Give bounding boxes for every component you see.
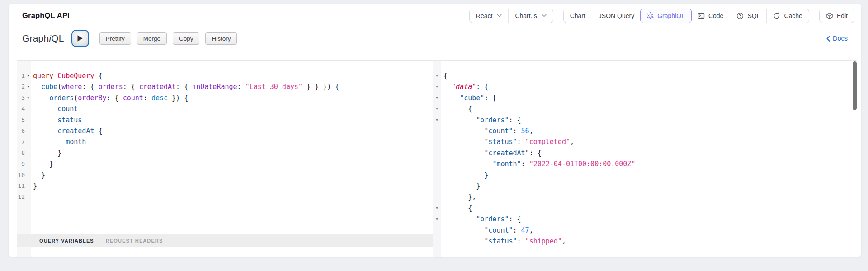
tab-json-query[interactable]: JSON Query bbox=[592, 9, 641, 23]
fold-icon[interactable]: ▾ bbox=[434, 214, 439, 224]
header-controls: React Chart.js Chart JSON Query bbox=[469, 9, 854, 23]
gutter-line: 9 bbox=[17, 159, 31, 169]
execute-button[interactable] bbox=[71, 30, 89, 47]
code-line: }, bbox=[443, 192, 851, 202]
code-line: "createdAt": { bbox=[443, 148, 851, 159]
tab-code[interactable]: Code bbox=[691, 9, 730, 23]
gutter-line: ▾ bbox=[433, 70, 441, 81]
fold-icon[interactable]: ▾ bbox=[434, 115, 439, 126]
console-icon bbox=[698, 12, 705, 19]
vertical-scrollbar[interactable] bbox=[853, 61, 857, 110]
code-line: "orders": { bbox=[443, 214, 851, 224]
code-line: { bbox=[443, 203, 851, 214]
fold-icon[interactable]: ▾ bbox=[434, 103, 439, 114]
code-line: "orders": { bbox=[443, 115, 851, 126]
graphiql-workspace: 1▾2▾3▾456789101112 query CubeQuery { cub… bbox=[17, 60, 857, 257]
line-number-gutter: 1▾2▾3▾456789101112 bbox=[17, 61, 31, 257]
tab-query-variables[interactable]: QUERY VARIABLES bbox=[39, 238, 94, 243]
chevron-left-icon bbox=[826, 36, 830, 42]
fold-icon[interactable]: ▾ bbox=[26, 70, 31, 81]
query-code[interactable]: query CubeQuery { cube(where: { orders: … bbox=[31, 61, 433, 257]
tab-chart[interactable]: Chart bbox=[564, 9, 592, 23]
code-line bbox=[33, 192, 433, 202]
gutter-line: ▾ bbox=[433, 81, 441, 92]
line-number: 3 bbox=[17, 93, 26, 103]
gutter-line bbox=[433, 148, 441, 159]
gutter-line: 5 bbox=[17, 115, 31, 126]
fold-icon[interactable]: ▾ bbox=[434, 203, 439, 214]
graphql-icon bbox=[647, 12, 654, 19]
code-line: "month": "2022-04-01T00:00:00.000Z" bbox=[443, 159, 851, 169]
line-number: 2 bbox=[17, 81, 26, 92]
code-line: "count": 47, bbox=[443, 225, 851, 236]
page-title: GraphQL API bbox=[22, 11, 70, 20]
gutter-line: 4 bbox=[17, 103, 31, 114]
chart-library-select[interactable]: Chart.js bbox=[508, 9, 552, 23]
code-line: "status": "shipped", bbox=[443, 236, 851, 247]
line-number: 9 bbox=[17, 159, 26, 169]
fold-icon[interactable]: ▾ bbox=[434, 70, 439, 81]
tab-graphiql[interactable]: GraphiQL bbox=[640, 9, 692, 23]
line-number: 1 bbox=[17, 70, 26, 81]
line-number: 11 bbox=[17, 181, 26, 192]
code-line: { bbox=[443, 70, 851, 81]
merge-button[interactable]: Merge bbox=[137, 32, 167, 45]
gutter-line: 2▾ bbox=[17, 81, 31, 92]
fold-gutter: ▾▾▾▾▾▾▾ bbox=[433, 61, 441, 257]
gutter-line bbox=[433, 192, 441, 202]
framework-chartlib-group: React Chart.js bbox=[469, 9, 553, 23]
tab-sql[interactable]: SQL bbox=[730, 9, 766, 23]
graphiql-toolbar: GraphiQL Prettify Merge Copy History Doc… bbox=[9, 28, 861, 49]
code-line: } bbox=[443, 181, 851, 192]
code-line: } bbox=[33, 181, 433, 192]
query-editor[interactable]: 1▾2▾3▾456789101112 query CubeQuery { cub… bbox=[17, 61, 433, 257]
history-button[interactable]: History bbox=[205, 32, 237, 45]
gutter-line: ▾ bbox=[433, 103, 441, 114]
tab-request-headers[interactable]: REQUEST HEADERS bbox=[106, 238, 163, 243]
framework-select[interactable]: React bbox=[470, 9, 509, 23]
line-number: 12 bbox=[17, 192, 26, 202]
gutter-line: 1▾ bbox=[17, 70, 31, 81]
gutter-line: 11 bbox=[17, 181, 31, 192]
docs-link[interactable]: Docs bbox=[826, 35, 848, 42]
fold-icon[interactable]: ▾ bbox=[26, 93, 31, 103]
gutter-line bbox=[433, 136, 441, 147]
gutter-line: 6 bbox=[17, 126, 31, 136]
edit-button[interactable]: Edit bbox=[819, 9, 854, 23]
playground-card: GraphQL API React Chart.js Chart bbox=[9, 4, 861, 257]
code-line: } bbox=[443, 170, 851, 181]
fold-icon[interactable]: ▾ bbox=[434, 81, 439, 92]
gutter-line bbox=[433, 181, 441, 192]
gutter-line bbox=[433, 236, 441, 247]
chevron-down-icon bbox=[542, 14, 547, 17]
graphiql-logo: GraphiQL bbox=[22, 33, 64, 44]
gutter-line: ▾ bbox=[433, 214, 441, 224]
line-number: 5 bbox=[17, 115, 26, 126]
code-line: { bbox=[443, 103, 851, 114]
code-line: query CubeQuery { bbox=[33, 70, 433, 81]
code-line: cube(where: { orders: { createdAt: { inD… bbox=[33, 81, 433, 92]
prettify-button[interactable]: Prettify bbox=[99, 32, 131, 45]
chevron-down-icon bbox=[497, 14, 502, 17]
toolbar-buttons: Prettify Merge Copy History bbox=[99, 32, 237, 45]
gutter-line: 3▾ bbox=[17, 93, 31, 103]
fold-icon[interactable]: ▾ bbox=[434, 93, 439, 103]
framework-select-value: React bbox=[476, 12, 493, 19]
code-line: month bbox=[33, 136, 433, 147]
gutter-line bbox=[433, 224, 441, 235]
card-header: GraphQL API React Chart.js Chart bbox=[9, 4, 861, 28]
view-tabs-group: Chart JSON Query GraphiQL bbox=[563, 9, 809, 23]
code-line: orders(orderBy: { count: desc }) { bbox=[33, 93, 433, 103]
code-line: "status": "completed", bbox=[443, 136, 851, 147]
refresh-icon bbox=[773, 12, 780, 19]
tab-cache[interactable]: Cache bbox=[766, 9, 808, 23]
code-line: } bbox=[33, 148, 433, 159]
fold-icon[interactable]: ▾ bbox=[26, 81, 31, 92]
chart-library-select-value: Chart.js bbox=[515, 12, 537, 19]
copy-button[interactable]: Copy bbox=[173, 32, 200, 45]
line-number: 7 bbox=[17, 136, 26, 147]
code-line: count bbox=[33, 103, 433, 114]
gutter-line bbox=[433, 170, 441, 181]
line-number: 10 bbox=[17, 170, 26, 181]
line-number: 6 bbox=[17, 126, 26, 136]
